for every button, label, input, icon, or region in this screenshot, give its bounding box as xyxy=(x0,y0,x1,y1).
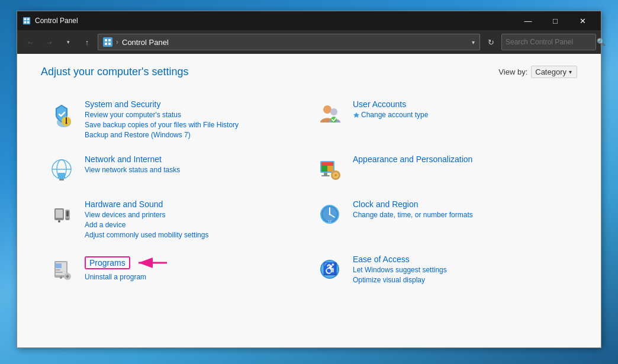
address-bar: ← → ▾ ↑ › Control Panel ▾ xyxy=(17,30,601,54)
svg-point-42 xyxy=(329,214,331,215)
svg-point-46 xyxy=(60,276,62,279)
svg-point-12 xyxy=(66,123,67,124)
category-appearance: Appearance and Personalization xyxy=(309,150,577,189)
link-hardware-sound[interactable]: Hardware and Sound xyxy=(85,199,208,209)
category-text-appearance: Appearance and Personalization xyxy=(353,154,472,164)
category-text-network-internet: Network and Internet View network status… xyxy=(85,154,180,174)
category-programs: Programs Uninstall a program xyxy=(41,250,309,289)
view-by-control: View by: Category ▾ xyxy=(498,66,577,78)
link-view-network-status[interactable]: View network status and tasks xyxy=(85,166,180,174)
svg-rect-23 xyxy=(321,162,333,166)
svg-rect-4 xyxy=(27,21,30,24)
arrow-annotation xyxy=(134,255,169,271)
svg-point-36 xyxy=(66,218,69,220)
category-text-programs: Programs Uninstall a program xyxy=(85,255,169,281)
link-optimize-visual[interactable]: Optimize visual display xyxy=(353,276,447,284)
category-hardware-sound: Hardware and Sound View devices and prin… xyxy=(41,195,309,244)
svg-rect-32 xyxy=(56,210,63,218)
forward-button[interactable]: → xyxy=(41,34,57,50)
address-field[interactable]: › Control Panel ▾ xyxy=(98,34,480,50)
link-ease-of-access[interactable]: Ease of Access xyxy=(353,255,447,264)
svg-rect-20 xyxy=(59,179,64,181)
svg-point-14 xyxy=(330,108,337,115)
programs-highlight-box[interactable]: Programs xyxy=(85,256,130,269)
link-view-devices[interactable]: View devices and printers xyxy=(85,211,208,219)
svg-rect-26 xyxy=(324,173,327,175)
link-add-device[interactable]: Add a device xyxy=(85,221,208,229)
svg-rect-2 xyxy=(27,18,30,21)
maximize-button[interactable]: □ xyxy=(542,11,569,30)
svg-text:12: 12 xyxy=(328,220,331,223)
svg-rect-35 xyxy=(66,211,69,217)
search-input[interactable] xyxy=(506,38,594,46)
svg-point-13 xyxy=(323,105,331,114)
category-text-user-accounts: User Accounts Change account type xyxy=(353,99,428,119)
link-file-history[interactable]: Save backup copies of your files with Fi… xyxy=(85,121,239,129)
icon-clock-region: 12 xyxy=(315,199,345,229)
window-title: Control Panel xyxy=(35,17,514,25)
address-dropdown-icon[interactable]: ▾ xyxy=(472,39,475,46)
address-separator: › xyxy=(116,38,118,46)
control-panel-window: Control Panel — □ ✕ ← → ▾ ↑ xyxy=(17,11,601,348)
svg-rect-3 xyxy=(24,21,27,24)
svg-point-33 xyxy=(58,220,60,223)
svg-rect-49 xyxy=(56,272,63,273)
svg-rect-9 xyxy=(108,43,111,45)
category-text-hardware-sound: Hardware and Sound View devices and prin… xyxy=(85,199,208,239)
address-path: Control Panel xyxy=(122,38,169,47)
link-system-security[interactable]: System and Security xyxy=(85,99,239,109)
category-user-accounts: User Accounts Change account type xyxy=(309,95,577,144)
page-header: Adjust your computer's settings View by:… xyxy=(41,66,577,78)
svg-text:♿: ♿ xyxy=(323,262,337,276)
search-icon[interactable]: 🔍 xyxy=(597,38,606,46)
svg-rect-19 xyxy=(58,173,65,179)
icon-system-security xyxy=(47,99,76,129)
svg-rect-24 xyxy=(321,166,327,172)
category-text-system-security: System and Security Review your computer… xyxy=(85,99,239,139)
link-backup-restore[interactable]: Backup and Restore (Windows 7) xyxy=(85,131,239,139)
icon-programs xyxy=(47,255,76,284)
svg-rect-7 xyxy=(108,39,111,41)
search-box[interactable]: 🔍 xyxy=(501,34,596,50)
link-windows-suggest[interactable]: Let Windows suggest settings xyxy=(353,266,447,274)
view-dropdown-chevron: ▾ xyxy=(569,69,572,75)
refresh-button[interactable]: ↻ xyxy=(482,34,499,50)
icon-hardware-sound xyxy=(47,199,76,229)
svg-rect-6 xyxy=(105,39,107,41)
link-change-account-type[interactable]: Change account type xyxy=(353,111,428,119)
icon-appearance xyxy=(315,154,345,184)
svg-rect-27 xyxy=(321,175,330,176)
category-text-clock-region: Clock and Region Change date, time, or n… xyxy=(353,199,473,219)
view-dropdown-value: Category xyxy=(535,67,566,76)
svg-rect-25 xyxy=(327,166,333,172)
svg-rect-8 xyxy=(105,43,107,45)
categories-grid: System and Security Review your computer… xyxy=(41,95,577,295)
link-review-status[interactable]: Review your computer's status xyxy=(85,111,239,119)
category-ease-of-access: ♿ Ease of Access Let Windows suggest set… xyxy=(309,250,577,289)
icon-user-accounts xyxy=(315,99,345,129)
minimize-button[interactable]: — xyxy=(514,11,542,30)
link-mobility-settings[interactable]: Adjust commonly used mobility settings xyxy=(85,231,208,239)
dropdown-button[interactable]: ▾ xyxy=(60,34,76,50)
svg-rect-47 xyxy=(56,263,62,268)
address-icon xyxy=(103,37,112,47)
link-network-internet[interactable]: Network and Internet xyxy=(85,154,180,164)
view-dropdown[interactable]: Category ▾ xyxy=(531,66,577,78)
link-clock-region[interactable]: Clock and Region xyxy=(353,199,473,209)
view-by-label: View by: xyxy=(498,67,527,76)
window-icon xyxy=(22,16,31,25)
up-button[interactable]: ↑ xyxy=(79,34,95,50)
link-uninstall-program[interactable]: Uninstall a program xyxy=(85,273,169,281)
link-user-accounts[interactable]: User Accounts xyxy=(353,99,428,109)
category-text-ease-of-access: Ease of Access Let Windows suggest setti… xyxy=(353,255,447,284)
link-date-time[interactable]: Change date, time, or number formats xyxy=(353,211,473,219)
category-clock-region: 12 Clock and Region Change date, time, o… xyxy=(309,195,577,244)
title-bar: Control Panel — □ ✕ xyxy=(17,11,601,30)
page-title: Adjust your computer's settings xyxy=(41,66,189,78)
back-button[interactable]: ← xyxy=(22,34,38,50)
icon-network-internet xyxy=(47,154,76,184)
svg-point-30 xyxy=(334,174,337,176)
link-appearance[interactable]: Appearance and Personalization xyxy=(353,154,472,164)
close-button[interactable]: ✕ xyxy=(569,11,596,30)
icon-ease-of-access: ♿ xyxy=(315,255,345,284)
